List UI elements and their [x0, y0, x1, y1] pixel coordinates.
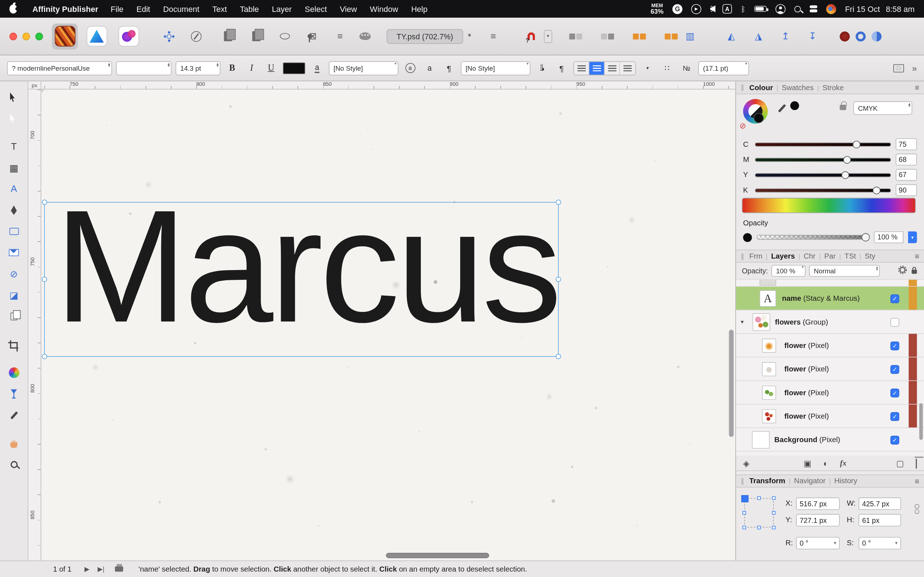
- font-variant-field[interactable]: ▴▾: [116, 61, 171, 75]
- arrange-back-button[interactable]: [662, 29, 680, 44]
- frame-text-tool[interactable]: T: [3, 139, 24, 154]
- studio-tab-frm[interactable]: Frm: [746, 252, 766, 260]
- current-colour-swatch[interactable]: [754, 113, 764, 123]
- layer-name[interactable]: flower (Pixel): [784, 334, 829, 357]
- layer-row-flower[interactable]: flower (Pixel)✓: [736, 405, 924, 428]
- snapping-button[interactable]: ?: [522, 29, 540, 44]
- move-forward-button[interactable]: ↥: [777, 29, 795, 44]
- layer-thumbnail[interactable]: [762, 409, 776, 423]
- spotlight-search-icon[interactable]: [795, 6, 801, 12]
- character-panel-button[interactable]: a: [309, 61, 325, 75]
- app-menu[interactable]: Affinity Publisher: [26, 4, 104, 13]
- align-justify-button[interactable]: [620, 62, 635, 75]
- selection-handle[interactable]: [556, 354, 561, 359]
- minimize-window-button[interactable]: [23, 32, 30, 40]
- mask-layer-icon[interactable]: ▣: [804, 458, 812, 468]
- close-window-button[interactable]: [10, 32, 17, 40]
- pen-style-button[interactable]: [187, 29, 205, 44]
- rectangle-tool[interactable]: [3, 224, 24, 239]
- show-special-characters-button[interactable]: ¶: [554, 61, 569, 75]
- panel-drag-handle[interactable]: ∥: [741, 84, 743, 91]
- studio-tab-sty[interactable]: Sty: [861, 252, 879, 260]
- shear-dropdown[interactable]: 0 °▾: [859, 537, 901, 549]
- colour-wheel-tool[interactable]: [3, 365, 24, 380]
- panel-menu-icon[interactable]: ≡: [915, 252, 919, 260]
- blend-mode-dropdown[interactable]: Normal ▴▾: [809, 265, 880, 277]
- spread-button[interactable]: [247, 29, 265, 44]
- stepper-icon[interactable]: ▴▾: [908, 102, 911, 108]
- delete-layer-icon[interactable]: [916, 458, 917, 468]
- text-colour-swatch[interactable]: [283, 62, 305, 74]
- spectrum-slider[interactable]: [742, 198, 916, 213]
- channel-slider[interactable]: [755, 158, 891, 161]
- colour-tab-swatches[interactable]: Swatches: [778, 83, 817, 92]
- text-columns-button[interactable]: ▥: [681, 29, 699, 44]
- zoom-window-button[interactable]: [36, 32, 43, 40]
- stepper-icon[interactable]: ▴▾: [876, 266, 878, 271]
- last-page-button[interactable]: ▶|: [98, 565, 104, 573]
- channel-slider-thumb[interactable]: [842, 171, 849, 179]
- selection-handle[interactable]: [42, 200, 47, 205]
- bluetooth-icon[interactable]: ᛒ: [741, 4, 745, 13]
- play-status-icon[interactable]: ▶: [691, 4, 701, 14]
- menu-layer[interactable]: Layer: [265, 4, 298, 13]
- distribute-options-button[interactable]: [599, 29, 617, 44]
- pages-tool[interactable]: [3, 309, 24, 324]
- palette-button[interactable]: [356, 29, 373, 44]
- layer-thumbnail[interactable]: [752, 430, 769, 448]
- new-layer-icon[interactable]: ▢: [896, 458, 904, 468]
- opacity-slider-thumb[interactable]: [861, 233, 870, 242]
- layer-row-flowers[interactable]: ▾flowers (Group): [736, 310, 924, 334]
- menu-view[interactable]: View: [333, 4, 363, 13]
- align-left-button[interactable]: [574, 62, 589, 75]
- colour-picker-tool[interactable]: [3, 408, 24, 423]
- eyedropper-icon[interactable]: [778, 104, 786, 113]
- menu-document[interactable]: Document: [157, 4, 206, 13]
- insert-shape-button[interactable]: [160, 29, 178, 44]
- flip-horizontal-button[interactable]: ◭: [723, 29, 740, 44]
- lock-icon[interactable]: [840, 105, 846, 110]
- layer-thumbnail[interactable]: [753, 313, 770, 331]
- blend-options-icon[interactable]: [898, 266, 907, 276]
- no-fill-icon[interactable]: ⊘: [740, 121, 746, 130]
- table-tool[interactable]: ▦: [3, 160, 24, 175]
- opacity-slider[interactable]: [756, 235, 869, 239]
- bold-button[interactable]: B: [225, 61, 240, 75]
- channel-value-field[interactable]: [896, 184, 917, 196]
- horizontal-ruler[interactable]: 7508008509009501000: [41, 81, 735, 89]
- zoom-tool[interactable]: [3, 457, 24, 472]
- layer-name[interactable]: Background (Pixel): [774, 428, 840, 451]
- battery-icon[interactable]: [754, 6, 767, 11]
- layer-thumbnail[interactable]: [762, 385, 776, 400]
- picture-frame-tool[interactable]: [3, 245, 24, 260]
- channel-slider-thumb[interactable]: [873, 187, 880, 194]
- colour-tab-stroke[interactable]: Stroke: [819, 83, 848, 92]
- designer-persona-button[interactable]: [84, 23, 110, 49]
- layer-row-background[interactable]: Background (Pixel)✓: [736, 428, 924, 451]
- menu-file[interactable]: File: [104, 4, 130, 13]
- document-tab[interactable]: TY.psd (702.7%): [386, 29, 463, 44]
- ellipse-frame-tool[interactable]: ⊘: [3, 266, 24, 281]
- move-backward-button[interactable]: ↧: [804, 29, 822, 44]
- node-tool[interactable]: [3, 111, 24, 126]
- rotation-dropdown[interactable]: 0 °▾: [796, 537, 840, 549]
- publisher-persona-button[interactable]: [52, 23, 78, 49]
- style-picker-tool[interactable]: [3, 386, 24, 401]
- horizontal-scrollbar[interactable]: [386, 553, 489, 558]
- layer-name[interactable]: name (Stacy & Marcus): [782, 287, 860, 310]
- layer-name[interactable]: flowers (Group): [775, 310, 828, 334]
- control-center-icon[interactable]: [809, 5, 817, 12]
- text-ruler-button[interactable]: ≡: [331, 29, 349, 44]
- layer-stack-icon[interactable]: ◈: [743, 458, 750, 468]
- pin-object-button[interactable]: [300, 29, 318, 44]
- layer-name[interactable]: flower (Pixel): [784, 405, 829, 428]
- colour-tab-colour[interactable]: Colour: [746, 83, 776, 92]
- channel-slider[interactable]: [755, 173, 891, 177]
- layer-visibility-checkbox[interactable]: ✓: [890, 341, 899, 350]
- firefox-icon[interactable]: [826, 4, 836, 14]
- opacity-dropdown-button[interactable]: ▾: [908, 232, 917, 243]
- layer-thumbnail[interactable]: [762, 362, 776, 376]
- menu-bar-clock[interactable]: Fri 15 Oct 8:58 am: [845, 4, 914, 13]
- x-field[interactable]: [796, 498, 840, 510]
- menu-edit[interactable]: Edit: [130, 4, 157, 13]
